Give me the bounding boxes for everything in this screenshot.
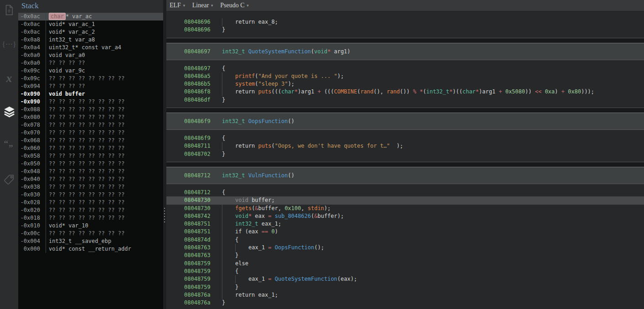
column-divider xyxy=(40,160,46,168)
stack-row[interactable]: -0x020?? ?? ?? ?? ?? ?? ?? ?? xyxy=(18,206,163,214)
code-line[interactable]: 080486b5system("sleep 3"); xyxy=(166,80,644,88)
stack-row[interactable]: -0x09c?? ?? ?? ?? ?? ?? ?? ?? xyxy=(18,75,163,82)
stack-offset: -0x094 xyxy=(18,82,40,90)
stack-offset: -0x004 xyxy=(18,237,40,245)
stack-row[interactable]: -0x070?? ?? ?? ?? ?? ?? ?? ?? xyxy=(18,129,163,137)
code-line[interactable]: 08048730fgets(&buffer, 0x100, stdin); xyxy=(166,205,644,212)
stack-offset: -0x040 xyxy=(18,175,40,183)
stack-row[interactable]: -0x0acvoid* var_ac_1 xyxy=(18,21,163,28)
code-line[interactable]: 080486df} xyxy=(166,96,644,104)
stack-offset: -0x0ac xyxy=(18,28,40,36)
panel-splitter[interactable] xyxy=(163,0,166,309)
stack-offset: -0x088 xyxy=(18,106,40,113)
stack-offset: -0x030 xyxy=(18,191,40,199)
code-line[interactable]: 080486f9{ xyxy=(166,134,644,142)
stack-row[interactable]: -0x010void* var_10 xyxy=(18,222,163,230)
stack-row[interactable]: -0x0acchar* var_ac xyxy=(18,13,163,21)
stack-offset: -0x0a8 xyxy=(18,36,40,44)
function-header[interactable]: 08048712int32_t VulnFunction() xyxy=(166,167,644,184)
code-line[interactable]: 08048763} xyxy=(166,252,644,259)
sidebar-tab-variables[interactable]: x xyxy=(0,72,18,85)
code-line-highlighted[interactable]: 08048730void buffer; xyxy=(166,196,644,204)
stack-row[interactable]: -0x078?? ?? ?? ?? ?? ?? ?? ?? xyxy=(18,121,163,129)
stack-row[interactable]: -0x090?? ?? ?? ?? ?? ?? ?? ?? xyxy=(18,98,163,106)
binary-format-dropdown[interactable]: ELF▼ xyxy=(170,2,186,9)
stack-row[interactable]: -0x068?? ?? ?? ?? ?? ?? ?? ?? xyxy=(18,137,163,144)
code-line[interactable]: 08048696return eax_8; xyxy=(166,18,644,26)
column-divider xyxy=(40,168,46,175)
stack-bytes: ?? ?? ?? ?? ?? ?? ?? ?? xyxy=(46,191,124,199)
stack-variable: uint32_t* const var_a4 xyxy=(46,44,121,52)
linear-view-panel: ELF▼ Linear▼ Pseudo C▼ 08048696return ea… xyxy=(166,0,644,309)
column-divider xyxy=(40,121,46,129)
stack-row[interactable]: -0x058?? ?? ?? ?? ?? ?? ?? ?? xyxy=(18,152,163,160)
sidebar-tab-types[interactable]: # xyxy=(0,4,18,16)
stack-row[interactable]: -0x030?? ?? ?? ?? ?? ?? ?? ?? xyxy=(18,191,163,199)
stack-offset: -0x09c xyxy=(18,67,40,75)
column-divider xyxy=(40,206,46,214)
stack-row[interactable]: -0x094?? ?? ?? ?? xyxy=(18,82,163,90)
stack-row[interactable]: -0x0a4uint32_t* const var_a4 xyxy=(18,44,163,52)
stack-row[interactable]: -0x038?? ?? ?? ?? ?? ?? ?? ?? xyxy=(18,183,163,191)
il-level-dropdown[interactable]: Pseudo C▼ xyxy=(220,2,249,9)
stack-row[interactable]: -0x00c?? ?? ?? ?? ?? ?? ?? ?? xyxy=(18,230,163,237)
stack-row[interactable]: -0x0acvoid* var_ac_2 xyxy=(18,28,163,36)
chevron-down-icon: ▼ xyxy=(182,4,186,8)
function-header[interactable]: 08048697int32_t QuoteSystemFunction(void… xyxy=(166,43,644,60)
code-line[interactable]: 080486a5printf("And your quote is ... ")… xyxy=(166,72,644,80)
column-divider xyxy=(40,67,46,75)
code-line[interactable]: 08048751if (eax == 0) xyxy=(166,228,644,236)
view-layout-dropdown[interactable]: Linear▼ xyxy=(192,2,214,9)
stack-row[interactable]: -0x004int32_t __saved_ebp xyxy=(18,237,163,245)
stack-row[interactable]: -0x088?? ?? ?? ?? ?? ?? ?? ?? xyxy=(18,106,163,113)
stack-row[interactable]: -0x018?? ?? ?? ?? ?? ?? ?? ?? xyxy=(18,214,163,222)
stack-row[interactable]: 0x000void* const __return_addr xyxy=(18,245,163,253)
code-address: 0804874d xyxy=(184,236,211,244)
code-line[interactable]: 08048763eax_1 = OopsFunction(); xyxy=(166,244,644,252)
stack-row[interactable]: -0x080?? ?? ?? ?? ?? ?? ?? ?? xyxy=(18,113,163,121)
stack-row[interactable]: -0x040?? ?? ?? ?? ?? ?? ?? ?? xyxy=(18,175,163,183)
code-line[interactable]: 08048759eax_1 = QuoteSystemFunction(eax)… xyxy=(166,275,644,283)
code-line[interactable]: 080486f8return puts(((char*)arg1 + (((CO… xyxy=(166,88,644,96)
code-line[interactable]: 08048712{ xyxy=(166,189,644,196)
stack-row[interactable]: -0x09cvoid var_9c xyxy=(18,67,163,75)
code-line[interactable]: 08048696} xyxy=(166,26,644,34)
stack-row[interactable]: -0x028?? ?? ?? ?? ?? ?? ?? ?? xyxy=(18,199,163,206)
code-line[interactable]: 08048702} xyxy=(166,150,644,158)
sidebar-tab-stack[interactable] xyxy=(0,105,18,118)
sidebar-tab-tags[interactable] xyxy=(0,173,18,186)
stack-bytes: ?? ?? ?? ?? ?? ?? ?? ?? xyxy=(46,137,124,144)
code-line[interactable]: 08048751int32_t eax_1; xyxy=(166,220,644,228)
code-line[interactable]: 08048742void* eax = sub_8048626(&buffer)… xyxy=(166,212,644,220)
stack-variable: void* const __return_addr xyxy=(46,245,131,253)
pseudo-c-code-view[interactable]: 08048696return eax_8;08048696}08048697in… xyxy=(166,11,644,309)
section-separator xyxy=(166,38,644,43)
stack-offset: 0x000 xyxy=(18,245,40,253)
stack-row[interactable]: -0x0a8int32_t var_a8 xyxy=(18,36,163,44)
stack-row[interactable]: -0x060?? ?? ?? ?? ?? ?? ?? ?? xyxy=(18,144,163,152)
indent-guide xyxy=(222,291,235,299)
stack-row[interactable]: -0x0a0?? ?? ?? ?? xyxy=(18,59,163,67)
code-line[interactable]: 0804876areturn eax_1; xyxy=(166,291,644,299)
code-line[interactable]: 08048711return puts("Oops, we don't have… xyxy=(166,142,644,150)
chevron-down-icon: ▼ xyxy=(246,4,250,8)
code-line[interactable]: 0804874d{ xyxy=(166,236,644,244)
sidebar-tab-strings[interactable]: “ ” xyxy=(0,139,18,152)
type-edit-field[interactable]: char xyxy=(49,13,66,20)
stack-bytes: ?? ?? ?? ?? ?? ?? ?? ?? xyxy=(46,106,124,113)
code-line[interactable]: 08048697{ xyxy=(166,65,644,72)
stack-row[interactable]: -0x090void buffer xyxy=(18,90,163,98)
stack-row[interactable]: -0x0a0void var_a0 xyxy=(18,52,163,59)
stack-bytes: ?? ?? ?? ?? ?? ?? ?? ?? xyxy=(46,98,124,106)
code-line[interactable]: 08048759{ xyxy=(166,268,644,275)
function-header[interactable]: 080486f9int32_t OopsFunction() xyxy=(166,113,644,130)
code-line[interactable]: 08048759} xyxy=(166,283,644,291)
stack-row[interactable]: -0x048?? ?? ?? ?? ?? ?? ?? ?? xyxy=(18,168,163,175)
stack-row[interactable]: -0x050?? ?? ?? ?? ?? ?? ?? ?? xyxy=(18,160,163,168)
column-divider xyxy=(40,59,46,67)
indent-guide xyxy=(222,220,235,228)
sidebar-tab-functions[interactable]: {···} xyxy=(0,38,18,51)
code-line[interactable]: 0804876a} xyxy=(166,299,644,307)
code-line[interactable]: 08048759else xyxy=(166,260,644,268)
stack-offset: -0x078 xyxy=(18,121,40,129)
